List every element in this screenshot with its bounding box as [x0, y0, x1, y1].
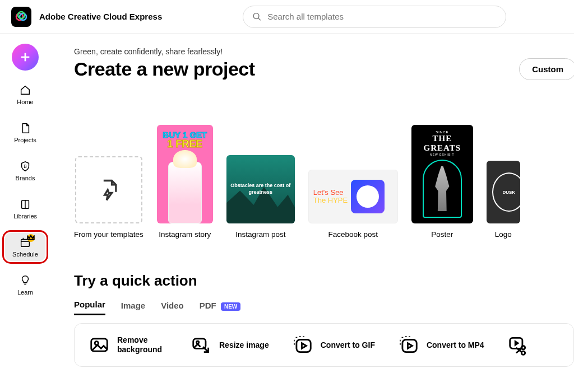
sidebar-item-projects[interactable]: Projects: [5, 119, 45, 147]
shield-icon: B: [19, 160, 31, 172]
app-logo: [11, 7, 31, 27]
sidebar: Home Projects B Brands Libraries Schedul…: [0, 34, 50, 392]
sidebar-item-label: Home: [17, 99, 33, 105]
svg-rect-21: [510, 338, 522, 348]
main-content: Green, create confidently, share fearles…: [50, 34, 574, 392]
mp4-icon: [397, 334, 420, 356]
sidebar-item-label: Projects: [14, 137, 36, 143]
svg-rect-20: [402, 340, 416, 352]
template-label: Facebook post: [328, 230, 378, 239]
action-resize-image[interactable]: Resize image: [190, 334, 269, 356]
tab-popular[interactable]: Popular: [74, 300, 105, 315]
svg-line-4: [258, 18, 261, 20]
action-label: Convert to MP4: [427, 340, 484, 350]
svg-rect-19: [297, 340, 311, 352]
book-icon: [19, 198, 31, 211]
template-instagram-post[interactable]: Obstacles are the cost of greatness Inst…: [226, 155, 295, 239]
template-label: Instagram post: [235, 230, 285, 239]
sidebar-item-label: Libraries: [13, 213, 37, 220]
template-thumb: SINCE THE GREATS NEW EXHIBIT: [411, 125, 473, 223]
quick-actions-panel: Remove background Resize image Convert t…: [74, 323, 574, 367]
template-from-your-templates[interactable]: From your templates: [74, 156, 144, 239]
template-thumb: Obstacles are the cost of greatness: [226, 155, 295, 223]
quick-action-tabs: Popular Image Video PDF NEW: [74, 300, 574, 315]
search-input[interactable]: [267, 12, 497, 21]
svg-point-18: [197, 341, 199, 343]
quick-action-title: Try a quick action: [74, 272, 574, 290]
page-title: Create a new project: [74, 58, 255, 80]
tab-image[interactable]: Image: [121, 301, 145, 315]
gif-icon: [291, 334, 314, 356]
tagline: Green, create confidently, share fearles…: [74, 47, 574, 56]
sidebar-item-schedule[interactable]: Schedule: [5, 233, 45, 261]
custom-size-button[interactable]: Custom: [519, 58, 574, 80]
plus-icon: [19, 51, 31, 63]
image-icon: [88, 334, 110, 356]
search-icon: [252, 12, 262, 22]
sidebar-item-home[interactable]: Home: [5, 81, 45, 109]
template-thumb: [75, 156, 142, 223]
template-facebook-post[interactable]: Let's SeeThe HYPE Facebook post: [308, 170, 398, 239]
tab-pdf[interactable]: PDF NEW: [200, 301, 241, 315]
template-logo[interactable]: DUSK Logo: [487, 161, 520, 239]
scissors-icon: [507, 334, 529, 356]
sidebar-item-learn[interactable]: Learn: [5, 271, 45, 299]
sidebar-item-label: Learn: [17, 289, 33, 296]
template-label: Poster: [431, 230, 453, 239]
svg-point-23: [521, 351, 525, 354]
calendar-icon: [19, 236, 31, 249]
file-bolt-icon: [96, 178, 121, 202]
lightbulb-icon: [19, 274, 31, 287]
sidebar-item-label: Brands: [16, 175, 35, 181]
file-icon: [19, 122, 31, 134]
search-bar[interactable]: [243, 6, 506, 28]
template-label: Instagram story: [159, 230, 211, 239]
template-thumb: DUSK: [487, 161, 520, 223]
template-thumb: Let's SeeThe HYPE: [308, 170, 398, 223]
resize-icon: [190, 334, 212, 356]
template-instagram-story[interactable]: BUY 1 GET1 FREE Instagram story: [157, 125, 213, 239]
sidebar-item-brands[interactable]: B Brands: [5, 157, 45, 185]
action-label: Resize image: [219, 340, 269, 350]
sidebar-item-libraries[interactable]: Libraries: [5, 195, 45, 223]
action-convert-to-mp4[interactable]: Convert to MP4: [397, 334, 484, 356]
templates-row: From your templates BUY 1 GET1 FREE Inst…: [74, 125, 574, 239]
tab-video[interactable]: Video: [161, 301, 184, 315]
svg-point-22: [521, 346, 525, 349]
action-convert-to-gif[interactable]: Convert to GIF: [291, 334, 375, 356]
create-button[interactable]: [12, 44, 39, 71]
action-label: Remove background: [117, 335, 168, 354]
template-poster[interactable]: SINCE THE GREATS NEW EXHIBIT Poster: [411, 125, 473, 239]
home-icon: [19, 84, 31, 96]
action-trim-video[interactable]: [507, 334, 529, 356]
svg-text:B: B: [24, 164, 27, 169]
new-badge: NEW: [221, 302, 240, 311]
template-label: From your templates: [74, 230, 144, 239]
svg-point-2: [18, 12, 25, 18]
sidebar-item-label: Schedule: [12, 251, 38, 258]
crown-icon: [27, 234, 35, 242]
svg-point-3: [253, 13, 259, 18]
template-label: Logo: [495, 230, 512, 239]
action-label: Convert to GIF: [321, 340, 375, 350]
template-thumb: BUY 1 GET1 FREE: [157, 125, 213, 223]
app-title: Adobe Creative Cloud Express: [39, 12, 162, 21]
app-header: Adobe Creative Cloud Express: [0, 0, 574, 34]
action-remove-background[interactable]: Remove background: [88, 334, 168, 356]
